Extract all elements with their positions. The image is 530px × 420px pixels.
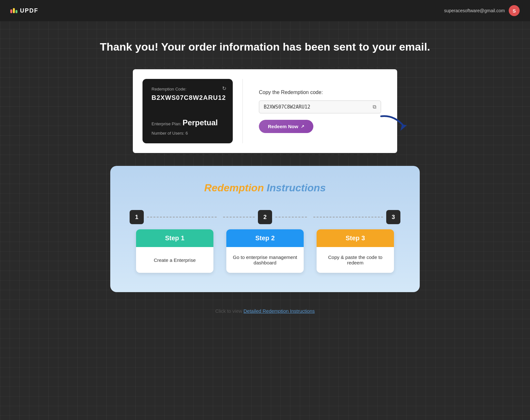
instructions-section: Redemption Instructions 1 Step 1 Create … <box>110 166 420 292</box>
step-2-number: 2 <box>258 210 272 224</box>
code-card-code: B2XWS07C8W2ARU12 <box>152 94 224 101</box>
copy-label: Copy the Redemption code: <box>259 90 323 95</box>
steps-container: 1 Step 1 Create a Enterprise 2 Step 2 Go <box>130 210 400 273</box>
step-1-card: Step 1 Create a Enterprise <box>136 229 213 273</box>
redeem-button-label: Redeem Now <box>268 124 298 129</box>
step-2-body: Go to enterprise management dashboard <box>226 247 304 273</box>
blue-arrow-decoration <box>378 113 407 137</box>
step-3-body: Copy & paste the code to redeem <box>317 247 394 273</box>
logo-area: UPDF <box>10 7 38 14</box>
code-display: B2XWS07C8W2ARU12 <box>264 104 370 110</box>
svg-marker-0 <box>400 124 407 131</box>
step-2-wrapper: 2 Step 2 Go to enterprise management das… <box>220 210 310 273</box>
voucher-container: Redemption Code: B2XWS07C8W2ARU12 ↻ Ente… <box>133 69 397 153</box>
external-link-icon: ↗ <box>301 124 304 129</box>
logo-wave-2 <box>13 8 15 13</box>
step-2-header: Step 2 <box>226 229 304 247</box>
step-connector-2b <box>275 217 307 217</box>
step-1-number-row: 1 <box>130 210 220 224</box>
refresh-icon[interactable]: ↻ <box>222 85 226 91</box>
title-redemption: Redemption <box>204 182 264 194</box>
voucher-divider <box>242 79 243 143</box>
user-avatar[interactable]: S <box>509 5 520 16</box>
footer-link-area: Click to view Detailed Redemption Instru… <box>215 308 315 314</box>
step-connector-3 <box>313 217 383 217</box>
voucher-inner: Redemption Code: B2XWS07C8W2ARU12 ↻ Ente… <box>133 69 397 153</box>
step-1-body: Create a Enterprise <box>136 247 213 273</box>
title-instructions: Instructions <box>267 182 326 194</box>
logo-wave-1 <box>10 9 12 13</box>
code-card-label: Redemption Code: <box>152 87 224 91</box>
logo-wave-3 <box>15 10 17 13</box>
step-1-number: 1 <box>130 210 144 224</box>
voucher-right: Copy the Redemption code: B2XWS07C8W2ARU… <box>252 79 388 143</box>
plan-info: Enterprise Plan: Perpetual <box>152 118 218 127</box>
code-input-row: B2XWS07C8W2ARU12 ⧉ <box>259 100 381 113</box>
step-2-card: Step 2 Go to enterprise management dashb… <box>226 229 304 273</box>
user-email: superacesoftware@gmail.com <box>444 8 505 13</box>
plan-prefix: Enterprise Plan: <box>152 121 182 126</box>
step-1-wrapper: 1 Step 1 Create a Enterprise <box>130 210 220 273</box>
redeem-now-button[interactable]: Redeem Now ↗ <box>259 120 313 133</box>
code-card: Redemption Code: B2XWS07C8W2ARU12 ↻ Ente… <box>142 79 233 143</box>
plan-name: Perpetual <box>182 118 218 127</box>
step-1-header: Step 1 <box>136 229 213 247</box>
step-3-header: Step 3 <box>317 229 394 247</box>
step-connector-1 <box>147 217 217 217</box>
step-3-number: 3 <box>386 210 400 224</box>
copy-icon[interactable]: ⧉ <box>373 104 376 110</box>
header-right: superacesoftware@gmail.com S <box>444 5 520 16</box>
instructions-title: Redemption Instructions <box>130 182 400 194</box>
detailed-instructions-link[interactable]: Detailed Redemption Instructions <box>243 308 315 314</box>
footer-text: Click to view <box>215 308 242 314</box>
step-3-number-row: 3 <box>310 210 400 224</box>
logo-text: UPDF <box>20 7 38 14</box>
step-3-wrapper: 3 Step 3 Copy & paste the code to redeem <box>310 210 400 273</box>
step-3-card: Step 3 Copy & paste the code to redeem <box>317 229 394 273</box>
step-2-number-row: 2 <box>220 210 310 224</box>
app-header: UPDF superacesoftware@gmail.com S <box>0 0 530 21</box>
step-connector-2a <box>223 217 255 217</box>
page-title: Thank you! Your order information has be… <box>100 41 430 53</box>
main-content: Thank you! Your order information has be… <box>0 21 530 327</box>
logo-icon <box>10 8 17 13</box>
users-info: Number of Users: 6 <box>152 131 188 136</box>
